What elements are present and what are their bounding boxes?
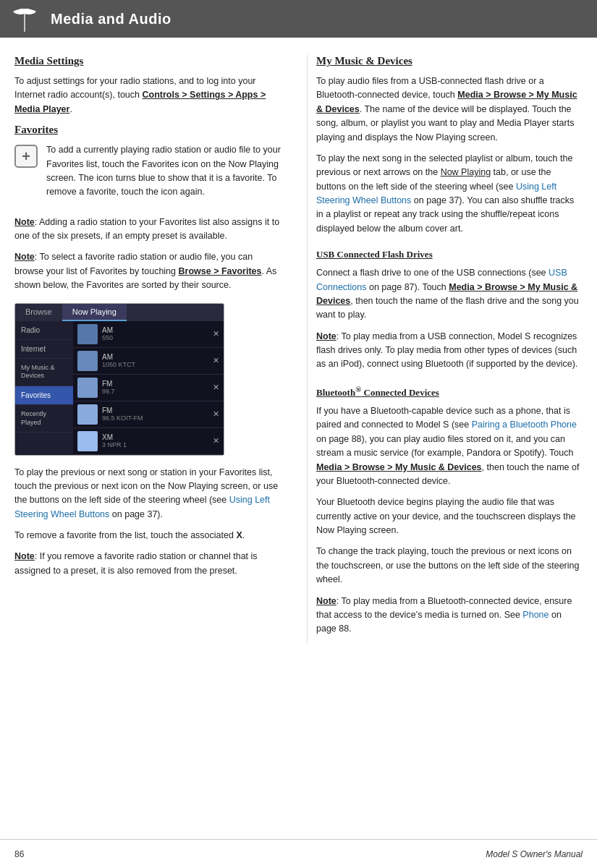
sidebar-favorites: Favorites <box>15 386 73 405</box>
bluetooth-section: Bluetooth® Connected Devices If you have… <box>316 385 583 637</box>
my-music-section: My Music & Devices To play audio files f… <box>316 55 583 236</box>
bluetooth-para1: If you have a Bluetooth-capable device s… <box>316 404 583 488</box>
screenshot-tab-nowplaying: Now Playing <box>62 304 127 321</box>
usb-drives-heading: USB Connected Flash Drives <box>316 249 583 260</box>
favorites-remove-para: To remove a favorite from the list, touc… <box>14 529 281 542</box>
screenshot-body: Radio Internet My Music & Devices Favori… <box>15 321 224 455</box>
sidebar-recentlyplayed: Recently Played <box>15 405 73 433</box>
usb-drives-para1: Connect a flash drive to one of the USB … <box>316 266 583 323</box>
phone-link[interactable]: Phone <box>522 610 549 620</box>
track-thumb <box>77 404 98 425</box>
screenshot-sidebar: Radio Internet My Music & Devices Favori… <box>15 321 73 455</box>
page-header: Media and Audio <box>0 0 597 38</box>
track-thumb <box>77 351 98 371</box>
track-info: FM 96.5 KOIT-FM <box>102 407 208 422</box>
manual-title: Model S Owner's Manual <box>486 849 583 859</box>
favorites-para-after-screenshot: To play the previous or next song or sta… <box>14 466 281 522</box>
bluetooth-heading: Bluetooth® Connected Devices <box>316 385 583 399</box>
track-info: XM 3 NPR 1 <box>102 433 208 448</box>
bluetooth-para2: Your Bluetooth device begins playing the… <box>316 495 583 537</box>
remove-icon: ✕ <box>213 356 219 365</box>
favorites-note3: Note: If you remove a favorite radio sta… <box>14 550 281 578</box>
list-item: AM 550 ✕ <box>73 321 224 348</box>
favorites-heading: Favorites <box>14 124 281 136</box>
sidebar-internet: Internet <box>15 340 73 359</box>
favorites-note2: Note: To select a favorite radio station… <box>14 250 281 292</box>
track-info: AM 1050 KTCT <box>102 353 208 368</box>
list-item: AM 1050 KTCT ✕ <box>73 348 224 375</box>
remove-icon: ✕ <box>213 436 219 446</box>
remove-icon: ✕ <box>213 329 219 339</box>
bluetooth-para3: To change the track playing, touch the p… <box>316 545 583 587</box>
left-column: Media Settings To adjust settings for yo… <box>14 55 289 644</box>
remove-icon: ✕ <box>213 409 219 419</box>
favorites-add-icon: + <box>14 145 38 168</box>
my-music-para1: To play audio files from a USB-connected… <box>316 75 583 145</box>
tesla-logo-icon <box>12 6 38 32</box>
track-info: AM 550 <box>102 326 208 341</box>
favorites-icon-text: To add a currently playing radio station… <box>46 143 281 200</box>
track-thumb <box>77 431 98 451</box>
remove-icon: ✕ <box>213 383 219 392</box>
track-info: FM 99.7 <box>102 380 208 395</box>
pairing-bluetooth-link[interactable]: Pairing a Bluetooth Phone <box>472 420 577 430</box>
list-item: FM 96.5 KOIT-FM ✕ <box>73 401 224 428</box>
media-settings-para: To adjust settings for your radio statio… <box>14 75 281 116</box>
favorites-icon-row: + To add a currently playing radio stati… <box>14 143 281 207</box>
right-column: My Music & Devices To play audio files f… <box>307 55 583 644</box>
favorites-screenshot: Browse Now Playing Radio Internet My Mus… <box>14 303 224 456</box>
usb-drives-note: Note: To play media from a USB connectio… <box>316 330 583 372</box>
page-number: 86 <box>14 849 24 859</box>
favorites-note1: Note: Adding a radio station to your Fav… <box>14 216 281 244</box>
page-footer: 86 Model S Owner's Manual <box>0 839 597 868</box>
usb-drives-section: USB Connected Flash Drives Connect a fla… <box>316 249 583 372</box>
my-music-heading: My Music & Devices <box>316 55 583 67</box>
list-item: FM 99.7 ✕ <box>73 375 224 401</box>
favorites-section: Favorites + To add a currently playing r… <box>14 124 281 578</box>
screenshot-tab-browse: Browse <box>15 304 62 321</box>
screenshot-list: AM 550 ✕ AM 1050 KTCT ✕ <box>73 321 224 455</box>
screenshot-tabs: Browse Now Playing <box>15 304 224 321</box>
track-thumb <box>77 324 98 344</box>
bluetooth-note: Note: To play media from a Bluetooth-con… <box>316 595 583 637</box>
sidebar-radio: Radio <box>15 321 73 340</box>
track-thumb <box>77 378 98 398</box>
main-content: Media Settings To adjust settings for yo… <box>0 38 597 687</box>
media-settings-heading: Media Settings <box>14 55 281 67</box>
list-item: XM 3 NPR 1 ✕ <box>73 428 224 455</box>
media-settings-section: Media Settings To adjust settings for yo… <box>14 55 281 116</box>
page-title: Media and Audio <box>51 11 172 27</box>
my-music-para2: To play the next song in the selected pl… <box>316 152 583 236</box>
sidebar-mymusic: My Music & Devices <box>15 359 73 386</box>
